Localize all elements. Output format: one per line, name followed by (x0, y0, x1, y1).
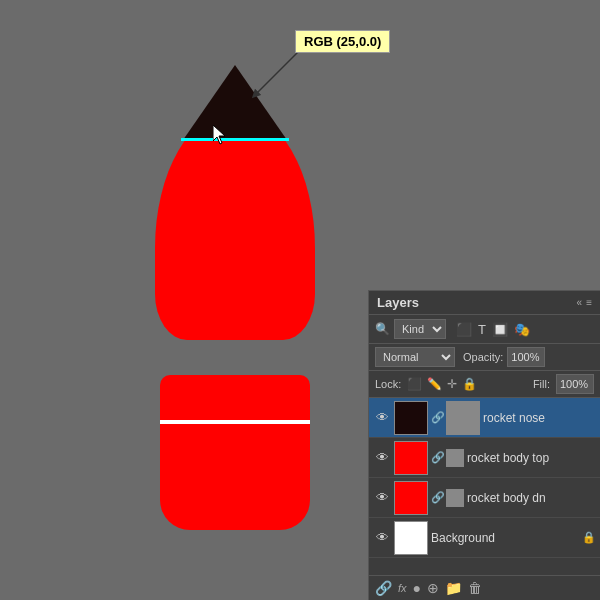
layer-row-rocket-body-dn[interactable]: 👁 🔗 rocket body dn (369, 478, 600, 518)
rocket-nose-shape (183, 65, 287, 140)
lock-paint-icon[interactable]: ✏️ (427, 377, 442, 391)
chain-icon-rocket-nose: 🔗 (431, 411, 443, 424)
visibility-icon-rocket-body-top[interactable]: 👁 (373, 449, 391, 467)
rocket-separator-line (160, 420, 310, 424)
shape-filter-icon[interactable]: 🎭 (514, 322, 530, 337)
layer-mask-rocket-nose (446, 401, 480, 435)
blend-opacity-row: Normal Opacity: (369, 344, 600, 371)
layers-menu-btn[interactable]: ≡ (586, 297, 592, 308)
delete-layer-btn[interactable]: 🗑 (468, 580, 482, 596)
pixel-filter-icon[interactable]: ⬛ (456, 322, 472, 337)
layers-bottom-toolbar: 🔗 fx ● ⊕ 📁 🗑 (369, 575, 600, 600)
rocket-body-top-shape (155, 110, 315, 340)
layers-collapse-btn[interactable]: « (577, 297, 583, 308)
layer-name-background: Background (431, 531, 579, 545)
layer-row-rocket-nose[interactable]: 👁 🔗 rocket nose (369, 398, 600, 438)
layer-name-rocket-nose: rocket nose (483, 411, 596, 425)
layers-filter-row: 🔍 Kind ⬛ T 🔲 🎭 (369, 315, 600, 344)
layers-panel-controls: « ≡ (577, 297, 592, 308)
chain-icon-rocket-body-dn: 🔗 (431, 491, 443, 504)
add-mask-btn[interactable]: ● (413, 580, 421, 596)
rocket-nose-highlight (181, 138, 289, 141)
lock-transparency-icon[interactable]: ⬛ (407, 377, 422, 391)
fill-label: Fill: (533, 378, 550, 390)
lock-label: Lock: (375, 378, 401, 390)
tooltip-text: RGB (25,0.0) (304, 34, 381, 49)
layers-panel-title: Layers (377, 295, 419, 310)
color-tooltip: RGB (25,0.0) (295, 30, 390, 53)
visibility-icon-rocket-nose[interactable]: 👁 (373, 409, 391, 427)
rocket-body-bottom-shape (160, 375, 310, 530)
fill-input[interactable] (556, 374, 594, 394)
layer-fx-btn[interactable]: fx (398, 582, 407, 594)
layer-thumb-rocket-nose (394, 401, 428, 435)
visibility-icon-rocket-body-dn[interactable]: 👁 (373, 489, 391, 507)
type-filter-icon[interactable]: 🔲 (492, 322, 508, 337)
layer-row-rocket-body-top[interactable]: 👁 🔗 rocket body top (369, 438, 600, 478)
lock-icons-group: ⬛ ✏️ ✛ 🔒 (407, 377, 477, 391)
background-lock-icon: 🔒 (582, 531, 596, 544)
lock-all-icon[interactable]: 🔒 (462, 377, 477, 391)
layer-row-background[interactable]: 👁 Background 🔒 (369, 518, 600, 558)
visibility-icon-background[interactable]: 👁 (373, 529, 391, 547)
add-group-btn[interactable]: 📁 (445, 580, 462, 596)
blend-mode-select[interactable]: Normal (375, 347, 455, 367)
opacity-input[interactable] (507, 347, 545, 367)
rocket-shape (155, 65, 315, 545)
search-icon: 🔍 (375, 322, 390, 336)
add-adjustment-btn[interactable]: ⊕ (427, 580, 439, 596)
lock-fill-row: Lock: ⬛ ✏️ ✛ 🔒 Fill: (369, 371, 600, 398)
kind-select[interactable]: Kind (394, 319, 446, 339)
lock-move-icon[interactable]: ✛ (447, 377, 457, 391)
link-layers-btn[interactable]: 🔗 (375, 580, 392, 596)
layer-thumb-rocket-body-top (394, 441, 428, 475)
layer-thumb-rocket-body-dn (394, 481, 428, 515)
chain-icon-rocket-body-top: 🔗 (431, 451, 443, 464)
filter-icons: ⬛ T 🔲 🎭 (450, 320, 536, 339)
layer-mask-rocket-body-dn (446, 489, 464, 507)
opacity-label: Opacity: (463, 351, 503, 363)
layer-mask-rocket-body-top (446, 449, 464, 467)
layers-panel-header: Layers « ≡ (369, 291, 600, 315)
canvas-area: RGB (25,0.0) (0, 0, 365, 600)
adjustment-filter-icon[interactable]: T (478, 322, 486, 337)
layer-name-rocket-body-dn: rocket body dn (467, 491, 596, 505)
layers-panel: Layers « ≡ 🔍 Kind ⬛ T 🔲 🎭 Normal Opacity… (368, 290, 600, 600)
layer-thumb-background (394, 521, 428, 555)
layer-name-rocket-body-top: rocket body top (467, 451, 596, 465)
